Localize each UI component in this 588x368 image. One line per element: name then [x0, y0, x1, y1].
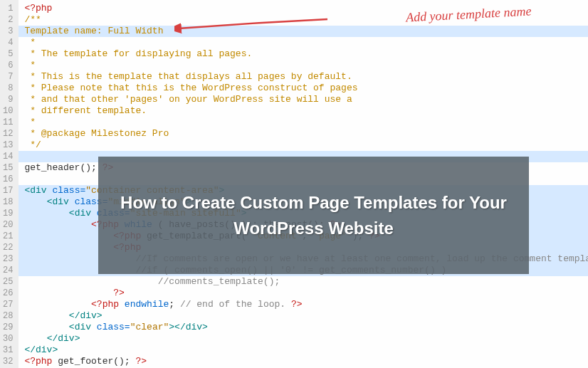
line-number: 21: [3, 231, 13, 242]
code-line: * The template for displaying all pages.: [24, 48, 588, 60]
line-number: 32: [3, 356, 13, 367]
code-line: */: [24, 140, 588, 151]
code-line: * This is the template that displays all…: [24, 71, 588, 83]
line-number: 25: [3, 276, 13, 288]
line-number: 7: [3, 71, 13, 83]
line-number: 12: [3, 128, 13, 140]
line-number: 8: [3, 83, 13, 94]
code-line: <?php endwhile; // end of the loop. ?>: [24, 299, 588, 310]
line-number: 6: [3, 60, 13, 71]
arrow-icon: [174, 16, 331, 44]
line-number: 16: [3, 174, 13, 185]
line-number: 24: [3, 265, 13, 276]
line-number: 20: [3, 219, 13, 231]
title-overlay: How to Create Custom Page Templates for …: [98, 157, 529, 274]
line-number: 30: [3, 333, 13, 345]
code-line: <?php get_footer(); ?>: [24, 356, 588, 367]
code-line: <div class="clear"></div>: [24, 322, 588, 333]
line-number: 2: [3, 14, 13, 26]
code-line: //comments_template();: [24, 276, 588, 288]
line-number: 28: [3, 310, 13, 322]
code-line: * different template.: [24, 105, 588, 117]
line-number-gutter: 1234567891011121314151617181920212223242…: [0, 0, 19, 368]
line-number: 10: [3, 105, 13, 117]
code-line: </div>: [24, 310, 588, 322]
line-number: 26: [3, 288, 13, 299]
line-number: 13: [3, 140, 13, 151]
overlay-title-text: How to Create Custom Page Templates for …: [112, 190, 515, 241]
line-number: 31: [3, 345, 13, 356]
code-line: * and that other 'pages' on your WordPre…: [24, 94, 588, 105]
line-number: 19: [3, 208, 13, 219]
line-number: 14: [3, 151, 13, 162]
line-number: 18: [3, 196, 13, 208]
line-number: 5: [3, 48, 13, 60]
line-number: 4: [3, 37, 13, 48]
line-number: 1: [3, 3, 13, 14]
code-line: </div>: [24, 345, 588, 356]
code-line: ?>: [24, 288, 588, 299]
line-number: 3: [3, 26, 13, 37]
code-line: </div>: [24, 333, 588, 345]
line-number: 15: [3, 162, 13, 174]
code-line: *: [24, 117, 588, 128]
code-line: * Please note that this is the WordPress…: [24, 83, 588, 94]
code-line: *: [24, 60, 588, 71]
line-number: 27: [3, 299, 13, 310]
line-number: 29: [3, 322, 13, 333]
line-number: 23: [3, 253, 13, 265]
line-number: 22: [3, 242, 13, 253]
line-number: 9: [3, 94, 13, 105]
line-number: 17: [3, 185, 13, 196]
line-number: 11: [3, 117, 13, 128]
code-line: * @package Milestonez Pro: [24, 128, 588, 140]
